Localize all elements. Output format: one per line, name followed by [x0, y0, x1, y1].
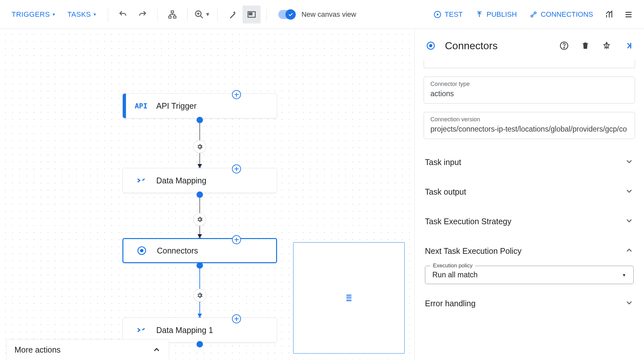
- pin-icon: [602, 42, 611, 50]
- section-label: Task Execution Strategy: [425, 217, 511, 226]
- svg-point-26: [564, 47, 564, 48]
- add-node-button[interactable]: [232, 164, 241, 173]
- section-task-output[interactable]: Task output: [415, 177, 644, 207]
- svg-marker-10: [437, 13, 439, 16]
- section-task-input[interactable]: Task input: [415, 147, 644, 177]
- analytics-button[interactable]: [600, 5, 618, 23]
- menu-button[interactable]: [620, 5, 638, 23]
- section-error-handling[interactable]: Error handling: [415, 289, 644, 318]
- connectors-node-icon: [136, 245, 147, 256]
- add-node-button[interactable]: [232, 314, 241, 323]
- publish-button[interactable]: PUBLISH: [470, 7, 523, 22]
- node-data-mapping[interactable]: Data Mapping: [122, 168, 277, 193]
- delete-button[interactable]: [578, 39, 592, 53]
- svg-rect-1: [168, 16, 171, 18]
- panel-title: Connectors: [445, 40, 550, 52]
- partial-field-top: [424, 60, 635, 68]
- svg-rect-2: [173, 16, 176, 18]
- chevron-up-icon: [625, 246, 634, 256]
- help-button[interactable]: [557, 39, 571, 53]
- tasks-label: TASKS: [67, 10, 91, 19]
- top-toolbar: TRIGGERS ▼ TASKS ▼ ▼ New canvas v: [0, 0, 644, 29]
- edge-settings-button[interactable]: [193, 213, 206, 226]
- output-port[interactable]: [197, 117, 203, 123]
- connector-type-field[interactable]: Connector type actions: [424, 77, 635, 104]
- svg-line-4: [200, 15, 203, 18]
- edge-settings-button[interactable]: [193, 140, 206, 153]
- canvas-view-button[interactable]: [243, 5, 261, 23]
- canvas-icon: [247, 10, 256, 19]
- minimap[interactable]: [293, 242, 405, 354]
- separator: [187, 7, 187, 22]
- section-task-strategy[interactable]: Task Execution Strategy: [415, 207, 644, 236]
- api-icon: API: [136, 100, 147, 111]
- minimap-content: [346, 295, 351, 301]
- node-label: API Trigger: [156, 101, 197, 111]
- layout-button[interactable]: [163, 5, 181, 23]
- more-actions-panel[interactable]: More actions: [6, 339, 169, 360]
- triggers-menu[interactable]: TRIGGERS ▼: [6, 7, 61, 22]
- canvas-view-toggle-label: New canvas view: [302, 10, 356, 19]
- canvas-view-toggle[interactable]: [278, 10, 295, 19]
- zoom-button[interactable]: ▼: [193, 5, 211, 23]
- canvas[interactable]: API API Trigger Data Mapping: [0, 29, 415, 360]
- output-port[interactable]: [197, 191, 203, 198]
- svg-point-24: [429, 44, 432, 47]
- gear-icon: [196, 143, 203, 150]
- publish-label: PUBLISH: [486, 10, 517, 19]
- connection-version-value: projects/connectors-ip-test/locations/gl…: [430, 125, 628, 134]
- redo-icon: [138, 10, 147, 19]
- collapse-panel-button[interactable]: [621, 39, 635, 53]
- redo-button[interactable]: [133, 5, 151, 23]
- magic-button[interactable]: [223, 5, 241, 23]
- section-label: Task input: [425, 158, 461, 167]
- svg-rect-8: [249, 13, 252, 15]
- chevron-down-icon: [625, 298, 634, 309]
- chevron-down-icon: [625, 216, 634, 226]
- node-label: Data Mapping 1: [156, 326, 213, 335]
- data-mapping-icon: [136, 325, 147, 336]
- node-api-trigger[interactable]: API API Trigger: [122, 93, 277, 118]
- chevron-down-icon: ▼: [205, 12, 210, 17]
- test-label: TEST: [445, 10, 463, 19]
- undo-button[interactable]: [114, 5, 132, 23]
- connections-button[interactable]: CONNECTIONS: [524, 7, 599, 22]
- gear-icon: [196, 292, 203, 299]
- chevron-down-icon: ▼: [52, 12, 56, 17]
- trash-icon: [581, 42, 590, 50]
- separator: [266, 7, 267, 22]
- connections-icon: [530, 11, 537, 18]
- separator: [108, 7, 108, 22]
- tasks-menu[interactable]: TASKS ▼: [62, 7, 102, 22]
- connection-version-field[interactable]: Connection version projects/connectors-i…: [424, 112, 635, 139]
- section-label: Next Task Execution Policy: [425, 246, 522, 256]
- play-circle-icon: [434, 11, 441, 18]
- test-button[interactable]: TEST: [428, 7, 468, 22]
- undo-icon: [118, 10, 128, 19]
- chevron-down-icon: ▼: [93, 12, 97, 17]
- output-port[interactable]: [197, 262, 203, 269]
- execution-policy-select[interactable]: Execution policy Run all match ▼: [425, 266, 634, 284]
- node-connectors[interactable]: Connectors: [122, 238, 277, 263]
- add-node-button[interactable]: [232, 235, 241, 244]
- trigger-indicator: [123, 94, 126, 118]
- side-panel: Connectors Connector type actions Connec…: [415, 29, 644, 360]
- svg-rect-18: [626, 12, 632, 13]
- connection-version-label: Connection version: [430, 116, 628, 123]
- pin-button[interactable]: [600, 39, 614, 53]
- execution-policy-label: Execution policy: [430, 263, 475, 269]
- chevron-down-icon: [625, 187, 634, 197]
- edge-settings-button[interactable]: [193, 289, 206, 302]
- triggers-label: TRIGGERS: [12, 10, 50, 19]
- chevron-down-icon: [625, 157, 634, 167]
- toggle-knob: [285, 9, 296, 20]
- panel-connectors-icon: [424, 39, 438, 53]
- svg-rect-20: [626, 16, 632, 17]
- wand-icon: [227, 10, 237, 19]
- output-port[interactable]: [197, 341, 203, 347]
- svg-rect-19: [626, 14, 632, 15]
- section-next-policy[interactable]: Next Task Execution Policy: [415, 236, 644, 266]
- upload-icon: [476, 11, 483, 18]
- add-node-button[interactable]: [232, 90, 241, 99]
- chevron-down-icon: ▼: [622, 272, 626, 278]
